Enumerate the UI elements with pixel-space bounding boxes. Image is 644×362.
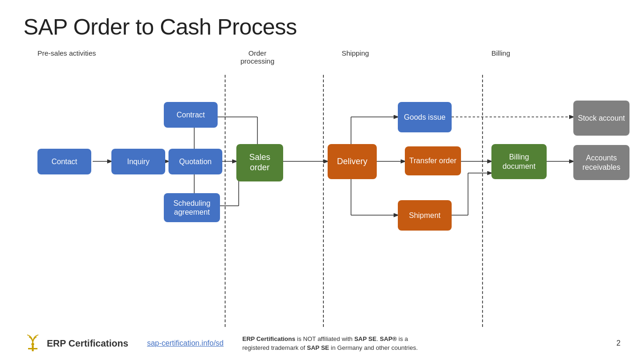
- node-contract: Contract: [164, 102, 218, 128]
- node-stock-account: Stock account: [573, 101, 629, 136]
- phase-label-shipping: Shipping: [342, 49, 369, 57]
- svg-rect-23: [28, 348, 37, 349]
- footer-logo: ERP Certifications: [23, 334, 128, 353]
- phase-label-order: Orderprocessing: [229, 49, 285, 65]
- arrows-svg: [23, 75, 621, 327]
- node-billing-document: Billing document: [491, 144, 547, 179]
- diagram-content: Contract Contact Inquiry Quotation Sched…: [23, 75, 621, 327]
- diagram-area: Pre-sales activities Orderprocessing Shi…: [23, 49, 621, 327]
- node-sales-order: Sales order: [236, 144, 283, 181]
- footer: ERP Certifications sap-certification.inf…: [23, 329, 621, 353]
- phase-label-billing: Billing: [491, 49, 510, 57]
- divider-2: [323, 75, 324, 327]
- node-scheduling: Scheduling agreement: [164, 193, 220, 222]
- erp-logo-icon: [23, 334, 42, 353]
- svg-point-24: [31, 343, 34, 346]
- node-quotation: Quotation: [168, 149, 222, 174]
- node-accounts-receivables: Accounts receivables: [573, 145, 629, 180]
- footer-link[interactable]: sap-certification.info/sd: [147, 339, 224, 348]
- node-delivery: Delivery: [328, 144, 377, 179]
- divider-1: [225, 75, 226, 327]
- footer-page-number: 2: [616, 339, 621, 348]
- page-title: SAP Order to Cash Process: [23, 14, 621, 40]
- node-goods-issue: Goods issue: [398, 102, 452, 132]
- divider-3: [482, 75, 483, 327]
- page: SAP Order to Cash Process Pre-sales acti…: [0, 0, 644, 362]
- footer-disclaimer: ERP Certifications is NOT affiliated wit…: [242, 334, 598, 353]
- node-transfer-order: Transfer order: [405, 146, 461, 175]
- node-inquiry: Inquiry: [111, 149, 165, 174]
- node-shipment: Shipment: [398, 200, 452, 231]
- node-contact: Contact: [37, 149, 91, 174]
- phase-label-presales: Pre-sales activities: [37, 49, 96, 57]
- footer-logo-text: ERP Certifications: [47, 338, 128, 349]
